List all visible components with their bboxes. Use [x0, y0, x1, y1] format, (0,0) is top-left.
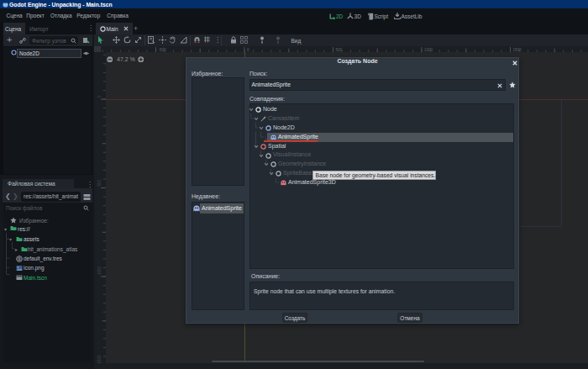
svg-text:500: 500: [97, 179, 102, 186]
svg-text:1500: 1500: [97, 355, 102, 364]
svg-text:1000: 1000: [97, 266, 102, 275]
svg-text:0: 0: [247, 48, 249, 52]
svg-text:-500: -500: [159, 48, 167, 52]
svg-text:1000: 1000: [424, 48, 433, 52]
svg-text:500: 500: [336, 48, 343, 52]
svg-text:0: 0: [97, 95, 102, 98]
svg-text:1500: 1500: [513, 48, 522, 52]
